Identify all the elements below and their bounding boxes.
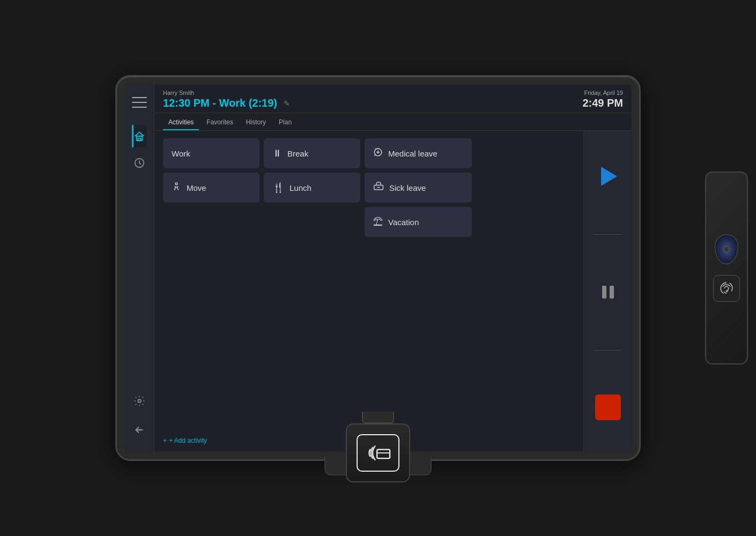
divider-2 xyxy=(594,350,622,351)
sidebar-item-home[interactable] xyxy=(132,125,147,147)
sidebar-item-clock[interactable] xyxy=(132,152,147,174)
nfc-icon-box xyxy=(357,434,399,472)
medical-leave-label: Medical leave xyxy=(388,149,438,158)
header-left: Harry Smith 12:30 PM - Work (2:19) ✎ xyxy=(163,90,290,109)
sidebar-item-back[interactable] xyxy=(134,419,145,441)
main-content: Harry Smith 12:30 PM - Work (2:19) ✎ Fri… xyxy=(154,84,632,452)
activity-vacation-button[interactable]: ⛱ Vacation xyxy=(365,207,472,237)
current-status: 12:30 PM - Work (2:19) xyxy=(163,97,277,109)
tab-history[interactable]: History xyxy=(241,116,271,130)
activity-row-2: Move 🍴 Lunch xyxy=(163,173,575,203)
fingerprint-icon xyxy=(717,279,736,298)
fp-icon-container xyxy=(713,275,740,302)
home-icon xyxy=(134,130,145,142)
back-arrow-icon xyxy=(134,424,145,436)
stop-button[interactable] xyxy=(595,394,621,420)
sick-leave-label: Sick leave xyxy=(389,183,426,192)
gear-icon xyxy=(134,395,145,407)
fp-square xyxy=(724,247,729,252)
tab-plan[interactable]: Plan xyxy=(273,116,297,130)
svg-rect-7 xyxy=(377,450,390,459)
divider-1 xyxy=(594,234,622,235)
play-button[interactable] xyxy=(594,162,622,190)
time-display: 2:49 PM xyxy=(582,97,623,109)
medical-icon xyxy=(373,147,383,159)
fingerprint-sensor xyxy=(715,234,738,264)
pause-bars-icon xyxy=(602,286,614,299)
activity-work-button[interactable]: Work xyxy=(163,138,260,168)
menu-button[interactable] xyxy=(132,91,147,121)
nfc-reader-assembly xyxy=(346,412,410,482)
activity-area: Work ⏸ Break Medical leave xyxy=(154,131,632,452)
vacation-label: Vacation xyxy=(388,218,419,227)
add-icon: + xyxy=(163,437,167,444)
activity-row-3: ⛱ Vacation xyxy=(163,207,575,237)
activity-row-1: Work ⏸ Break Medical leave xyxy=(163,138,575,168)
add-activity-label: + Add activity xyxy=(169,437,207,444)
play-triangle-icon xyxy=(601,167,617,186)
work-label: Work xyxy=(172,149,190,158)
move-icon xyxy=(172,182,181,194)
move-label: Move xyxy=(187,183,206,192)
lunch-icon: 🍴 xyxy=(272,182,284,193)
clock-icon xyxy=(134,157,145,169)
controls-panel xyxy=(583,131,632,452)
date-display: Friday, April 19 xyxy=(582,90,623,96)
tab-favorites[interactable]: Favorites xyxy=(201,116,238,130)
tab-activities[interactable]: Activities xyxy=(163,116,199,130)
sick-leave-icon xyxy=(373,181,384,195)
tablet-device: Harry Smith 12:30 PM - Work (2:19) ✎ Fri… xyxy=(115,75,641,461)
user-name: Harry Smith xyxy=(163,90,290,96)
break-icon: ⏸ xyxy=(272,148,282,159)
nfc-connector xyxy=(362,412,394,423)
svg-point-3 xyxy=(138,399,141,403)
pause-section xyxy=(584,278,632,306)
activity-lunch-button[interactable]: 🍴 Lunch xyxy=(264,173,360,203)
svg-rect-1 xyxy=(138,138,141,141)
tabs-bar: Activities Favorites History Plan xyxy=(154,113,632,131)
svg-point-4 xyxy=(175,182,177,184)
hamburger-icon xyxy=(132,97,147,108)
vacation-icon: ⛱ xyxy=(373,217,383,228)
activity-break-button[interactable]: ⏸ Break xyxy=(264,138,360,168)
sidebar-item-settings[interactable] xyxy=(134,390,145,412)
activity-move-button[interactable]: Move xyxy=(163,173,260,203)
activity-sick-leave-button[interactable]: Sick leave xyxy=(365,173,472,203)
lunch-label: Lunch xyxy=(290,183,312,192)
activity-grid: Work ⏸ Break Medical leave xyxy=(154,131,583,452)
fingerprint-device xyxy=(705,172,748,364)
stop-section xyxy=(584,394,632,420)
header-right: Friday, April 19 2:49 PM xyxy=(582,90,623,109)
header: Harry Smith 12:30 PM - Work (2:19) ✎ Fri… xyxy=(154,84,632,113)
activity-medical-leave-button[interactable]: Medical leave xyxy=(365,138,472,168)
break-label: Break xyxy=(287,149,308,158)
nfc-icon xyxy=(363,441,393,465)
tablet-screen: Harry Smith 12:30 PM - Work (2:19) ✎ Fri… xyxy=(124,84,632,452)
nfc-base xyxy=(346,423,410,482)
sidebar xyxy=(124,84,154,452)
play-section xyxy=(584,162,632,190)
pause-button[interactable] xyxy=(594,278,622,306)
edit-icon[interactable]: ✎ xyxy=(284,99,290,108)
